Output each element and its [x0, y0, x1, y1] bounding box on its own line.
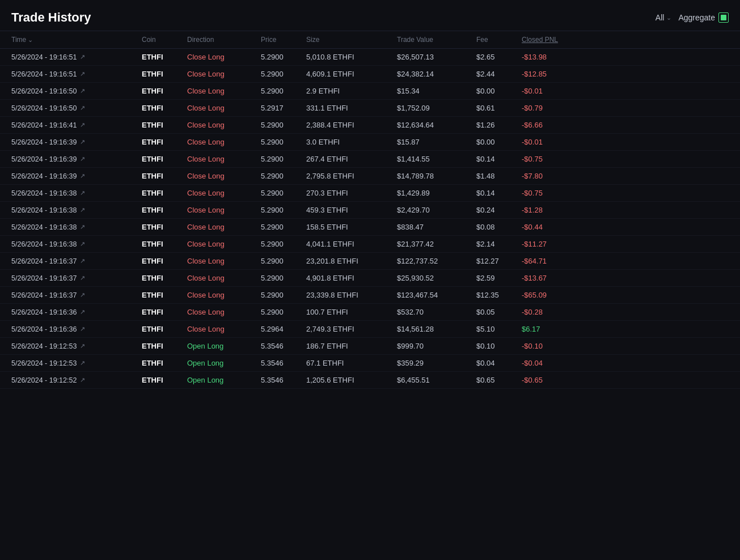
direction-cell: Close Long [187, 172, 261, 180]
direction-cell: Close Long [187, 291, 261, 299]
size-cell: 186.7 ETHFI [306, 342, 397, 350]
external-link-icon[interactable]: ↗ [80, 138, 85, 146]
size-cell: 267.4 ETHFI [306, 155, 397, 163]
external-link-icon[interactable]: ↗ [80, 257, 85, 265]
trade-value-cell: $359.29 [397, 359, 476, 367]
pnl-cell: -$11.27 [522, 240, 590, 248]
coin-cell: ETHFI [142, 308, 187, 316]
size-cell: 4,901.8 ETHFI [306, 274, 397, 282]
time-cell: 5/26/2024 - 19:12:53 ↗ [11, 342, 142, 350]
size-cell: 100.7 ETHFI [306, 308, 397, 316]
filter-dropdown[interactable]: All ⌄ [656, 13, 672, 22]
table-row: 5/26/2024 - 19:16:38 ↗ ETHFI Close Long … [0, 236, 740, 253]
coin-cell: ETHFI [142, 121, 187, 129]
col-trade-value: Trade Value [397, 36, 476, 44]
trade-value-cell: $25,930.52 [397, 274, 476, 282]
external-link-icon[interactable]: ↗ [80, 359, 85, 367]
external-link-icon[interactable]: ↗ [80, 155, 85, 163]
table-header: Time ⌄ Coin Direction Price Size Trade V… [0, 31, 740, 49]
time-value: 5/26/2024 - 19:16:50 [11, 87, 77, 95]
fee-cell: $0.04 [476, 359, 522, 367]
time-cell: 5/26/2024 - 19:16:38 ↗ [11, 223, 142, 231]
direction-cell: Close Long [187, 155, 261, 163]
time-cell: 5/26/2024 - 19:16:37 ↗ [11, 274, 142, 282]
size-cell: 1,205.6 ETHFI [306, 376, 397, 384]
pnl-cell: -$0.01 [522, 138, 590, 146]
aggregate-button[interactable]: Aggregate [678, 12, 729, 23]
external-link-icon[interactable]: ↗ [80, 87, 85, 95]
pnl-cell: -$0.10 [522, 342, 590, 350]
external-link-icon[interactable]: ↗ [80, 291, 85, 299]
time-cell: 5/26/2024 - 19:16:36 ↗ [11, 308, 142, 316]
aggregate-label: Aggregate [678, 13, 715, 22]
time-cell: 5/26/2024 - 19:16:38 ↗ [11, 240, 142, 248]
external-link-icon[interactable]: ↗ [80, 308, 85, 316]
coin-cell: ETHFI [142, 104, 187, 112]
coin-cell: ETHFI [142, 223, 187, 231]
fee-cell: $2.14 [476, 240, 522, 248]
trade-value-cell: $15.87 [397, 138, 476, 146]
external-link-icon[interactable]: ↗ [80, 240, 85, 248]
col-time[interactable]: Time ⌄ [11, 36, 142, 44]
external-link-icon[interactable]: ↗ [80, 172, 85, 180]
chevron-down-icon: ⌄ [666, 14, 671, 22]
coin-cell: ETHFI [142, 359, 187, 367]
time-value: 5/26/2024 - 19:16:38 [11, 223, 77, 231]
external-link-icon[interactable]: ↗ [80, 223, 85, 231]
price-cell: 5.2900 [261, 87, 306, 95]
price-cell: 5.2900 [261, 138, 306, 146]
table-row: 5/26/2024 - 19:16:38 ↗ ETHFI Close Long … [0, 202, 740, 219]
time-value: 5/26/2024 - 19:16:41 [11, 121, 77, 129]
time-value: 5/26/2024 - 19:16:39 [11, 138, 77, 146]
size-cell: 2,749.3 ETHFI [306, 325, 397, 333]
table-row: 5/26/2024 - 19:16:39 ↗ ETHFI Close Long … [0, 134, 740, 151]
time-cell: 5/26/2024 - 19:16:37 ↗ [11, 257, 142, 265]
direction-cell: Close Long [187, 121, 261, 129]
fee-cell: $2.44 [476, 70, 522, 78]
direction-cell: Close Long [187, 87, 261, 95]
size-cell: 67.1 ETHFI [306, 359, 397, 367]
external-link-icon[interactable]: ↗ [80, 104, 85, 112]
pnl-cell: -$0.75 [522, 189, 590, 197]
sort-icon: ⌄ [28, 36, 33, 44]
pnl-cell: -$0.44 [522, 223, 590, 231]
time-value: 5/26/2024 - 19:16:51 [11, 53, 77, 61]
header-controls: All ⌄ Aggregate [656, 12, 729, 23]
coin-cell: ETHFI [142, 257, 187, 265]
col-size: Size [306, 36, 397, 44]
fee-cell: $0.00 [476, 87, 522, 95]
external-link-icon[interactable]: ↗ [80, 189, 85, 197]
external-link-icon[interactable]: ↗ [80, 342, 85, 350]
pnl-cell: -$13.98 [522, 53, 590, 61]
col-direction: Direction [187, 36, 261, 44]
external-link-icon[interactable]: ↗ [80, 53, 85, 61]
col-coin: Coin [142, 36, 187, 44]
external-link-icon[interactable]: ↗ [80, 274, 85, 282]
pnl-cell: -$0.65 [522, 376, 590, 384]
fee-cell: $0.10 [476, 342, 522, 350]
fee-cell: $12.27 [476, 257, 522, 265]
external-link-icon[interactable]: ↗ [80, 206, 85, 214]
pnl-cell: -$64.71 [522, 257, 590, 265]
pnl-cell: $6.17 [522, 325, 590, 333]
time-cell: 5/26/2024 - 19:16:50 ↗ [11, 104, 142, 112]
trade-value-cell: $12,634.64 [397, 121, 476, 129]
external-link-icon[interactable]: ↗ [80, 121, 85, 129]
time-value: 5/26/2024 - 19:16:38 [11, 206, 77, 214]
pnl-cell: -$0.01 [522, 87, 590, 95]
external-link-icon[interactable]: ↗ [80, 70, 85, 78]
table-row: 5/26/2024 - 19:16:36 ↗ ETHFI Close Long … [0, 321, 740, 338]
table-row: 5/26/2024 - 19:16:36 ↗ ETHFI Close Long … [0, 304, 740, 321]
trade-value-cell: $122,737.52 [397, 257, 476, 265]
col-fee: Fee [476, 36, 522, 44]
pnl-cell: -$6.66 [522, 121, 590, 129]
external-link-icon[interactable]: ↗ [80, 376, 85, 384]
trade-value-cell: $1,429.89 [397, 189, 476, 197]
size-cell: 4,041.1 ETHFI [306, 240, 397, 248]
direction-cell: Close Long [187, 257, 261, 265]
external-link-icon[interactable]: ↗ [80, 325, 85, 333]
table-row: 5/26/2024 - 19:16:50 ↗ ETHFI Close Long … [0, 100, 740, 117]
coin-cell: ETHFI [142, 53, 187, 61]
coin-cell: ETHFI [142, 138, 187, 146]
fee-cell: $12.35 [476, 291, 522, 299]
